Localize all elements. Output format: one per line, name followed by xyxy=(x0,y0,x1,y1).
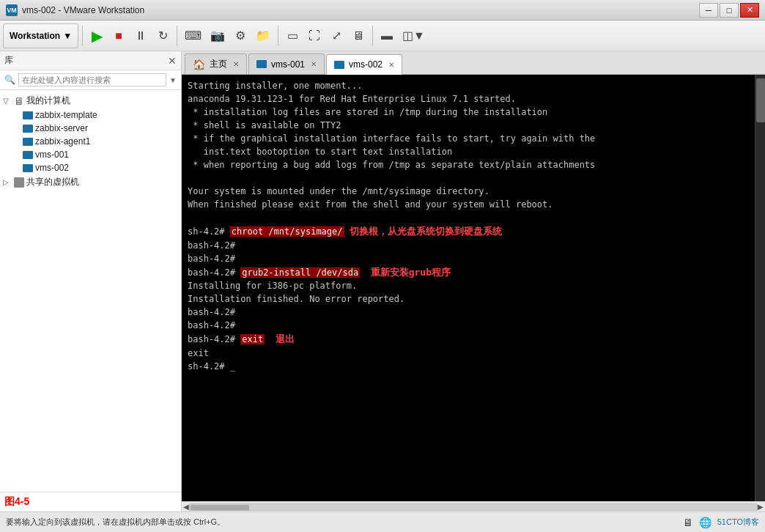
keyboard-icon: ⌨ xyxy=(185,29,202,43)
monitor-icon: 🖥 xyxy=(352,29,364,43)
view-button-4[interactable]: 🖥 xyxy=(348,23,369,48)
window-title: vms-002 - VMware Workstation xyxy=(22,5,144,15)
chroot-command: chroot /mnt/sysimage/ xyxy=(230,226,344,237)
view-button-3[interactable]: ⤢ xyxy=(326,23,347,48)
fullscreen-icon: ⛶ xyxy=(308,29,320,43)
terminal-scrollbar[interactable] xyxy=(755,75,765,501)
scroll-right-button[interactable]: ▶ xyxy=(758,503,764,511)
window-icon: ▭ xyxy=(287,29,298,43)
tab-vms-001-close[interactable]: ✕ xyxy=(311,60,317,68)
resize-icon: ⤢ xyxy=(332,29,341,43)
play-button[interactable]: ▶ xyxy=(86,23,107,48)
console-button[interactable]: ▬ xyxy=(377,23,397,48)
vm-label-3: zabbix-agent1 xyxy=(35,136,90,147)
exit-annotation: 退出 xyxy=(276,333,295,344)
vm-icon-2 xyxy=(23,125,33,133)
content-area: 🏠 主页 ✕ vms-001 ✕ vms-002 ✕ Starting inst… xyxy=(182,51,765,511)
minimize-button[interactable]: ─ xyxy=(699,3,718,18)
sidebar-item-zabbix-template[interactable]: zabbix-template xyxy=(0,108,181,122)
horizontal-scrollbar[interactable]: ◀ ▶ xyxy=(182,501,765,511)
sidebar-item-vms-002[interactable]: vms-002 xyxy=(0,161,181,174)
grub-command: grub2-install /dev/sda xyxy=(240,267,360,278)
snapshot-icon: 📷 xyxy=(210,29,225,43)
play-icon: ▶ xyxy=(92,27,103,45)
toolbar-separator-4 xyxy=(372,26,373,46)
vm-label-4: vms-001 xyxy=(35,149,69,160)
status-bar: 要将输入定向到该虚拟机，请在虚拟机内部单击或按 Ctrl+G。 🖥 🌐 51CT… xyxy=(0,511,765,532)
status-message: 要将输入定向到该虚拟机，请在虚拟机内部单击或按 Ctrl+G。 xyxy=(6,517,225,528)
pause-icon: ⏸ xyxy=(135,29,147,43)
sidebar-item-my-computer[interactable]: ▽ 🖥 我的计算机 xyxy=(0,93,181,108)
vm-icon-3 xyxy=(23,138,33,146)
sidebar-footer: 图4-5 xyxy=(0,492,181,511)
terminal-content: Starting installer, one moment... anacon… xyxy=(188,79,759,373)
workstation-menu-button[interactable]: Workstation ▼ xyxy=(3,23,78,48)
view-button-2[interactable]: ⛶ xyxy=(304,23,325,48)
close-button[interactable]: ✕ xyxy=(740,3,759,18)
title-bar: VM vms-002 - VMware Workstation ─ □ ✕ xyxy=(0,0,765,21)
sidebar-item-shared-vms[interactable]: ▷ 共享的虚拟机 xyxy=(0,174,181,190)
search-chevron-icon[interactable]: ▼ xyxy=(169,76,177,84)
grub-annotation: 重新安装grub程序 xyxy=(371,267,451,278)
search-icon: 🔍 xyxy=(4,75,15,85)
send-ctrl-alt-del-button[interactable]: ⌨ xyxy=(181,23,205,48)
scroll-thumb[interactable] xyxy=(191,505,249,511)
stop-button[interactable]: ■ xyxy=(108,23,129,48)
vm-label-5: vms-002 xyxy=(35,163,69,173)
vm-icon-5 xyxy=(23,164,33,172)
scroll-track[interactable] xyxy=(189,503,758,511)
screen-icon: 🖥 xyxy=(683,517,693,528)
exit-command: exit xyxy=(240,334,265,344)
refresh-button[interactable]: ↻ xyxy=(152,23,173,48)
expand-icon: ▽ xyxy=(3,97,12,105)
sidebar-item-zabbix-agent1[interactable]: zabbix-agent1 xyxy=(0,135,181,148)
folder-icon: 📁 xyxy=(256,29,270,43)
tab-vms-002-close[interactable]: ✕ xyxy=(388,61,394,69)
toolbar-separator-2 xyxy=(177,26,177,46)
toolbar: Workstation ▼ ▶ ■ ⏸ ↻ ⌨ 📷 ⚙ 📁 ▭ ⛶ ⤢ 🖥 ▬ xyxy=(0,21,765,51)
vm-tab-icon-2 xyxy=(334,61,344,69)
computer-icon: 🖥 xyxy=(14,95,24,107)
sidebar-header: 库 ✕ xyxy=(0,51,181,70)
status-right: 🖥 🌐 51CTO博客 xyxy=(683,517,759,528)
shared-vm-icon xyxy=(14,177,24,188)
figure-label: 图4-5 xyxy=(4,495,29,507)
maximize-button[interactable]: □ xyxy=(720,3,739,18)
toolbar-separator-1 xyxy=(82,26,83,46)
brand-label: 51CTO博客 xyxy=(717,517,759,528)
file-tree: ▽ 🖥 我的计算机 zabbix-template zabbix-server … xyxy=(0,90,181,492)
tab-home[interactable]: 🏠 主页 ✕ xyxy=(185,53,247,74)
scrollbar-thumb[interactable] xyxy=(756,78,765,122)
search-input[interactable] xyxy=(18,73,166,86)
refresh-icon: ↻ xyxy=(158,29,168,43)
tab-vms-001[interactable]: vms-001 ✕ xyxy=(248,53,325,74)
vm-label-1: zabbix-template xyxy=(35,110,97,120)
sidebar-item-vms-001[interactable]: vms-001 xyxy=(0,148,181,161)
sidebar: 库 ✕ 🔍 ▼ ▽ 🖥 我的计算机 zabbix-template xyxy=(0,51,182,511)
tab-home-close[interactable]: ✕ xyxy=(233,60,239,68)
tab-vms-001-label: vms-001 xyxy=(271,59,305,70)
sidebar-item-zabbix-server[interactable]: zabbix-server xyxy=(0,122,181,135)
snapshot-button[interactable]: 📷 xyxy=(207,23,229,48)
vm-icon-1 xyxy=(23,111,33,119)
settings-button[interactable]: ⚙ xyxy=(230,23,251,48)
display-button[interactable]: ◫▼ xyxy=(399,23,429,48)
settings-icon: ⚙ xyxy=(235,29,245,43)
shared-vms-label: 共享的虚拟机 xyxy=(26,176,79,188)
tab-vms-002[interactable]: vms-002 ✕ xyxy=(326,54,402,75)
workstation-label: Workstation xyxy=(10,31,60,41)
toolbar-separator-3 xyxy=(278,26,278,46)
title-bar-left: VM vms-002 - VMware Workstation xyxy=(6,4,144,16)
tab-bar: 🏠 主页 ✕ vms-001 ✕ vms-002 ✕ xyxy=(182,51,765,75)
terminal-display[interactable]: Starting installer, one moment... anacon… xyxy=(182,75,765,501)
network-icon: 🌐 xyxy=(699,517,712,528)
search-bar: 🔍 ▼ xyxy=(0,70,181,90)
scroll-left-button[interactable]: ◀ xyxy=(183,503,189,511)
pause-button[interactable]: ⏸ xyxy=(130,23,151,48)
shared-folder-button[interactable]: 📁 xyxy=(252,23,274,48)
vm-app-icon: VM xyxy=(6,4,18,16)
expand-shared-icon: ▷ xyxy=(3,178,12,186)
view-button-1[interactable]: ▭ xyxy=(282,23,303,48)
sidebar-close-button[interactable]: ✕ xyxy=(168,55,177,67)
vm-label-2: zabbix-server xyxy=(35,123,88,133)
